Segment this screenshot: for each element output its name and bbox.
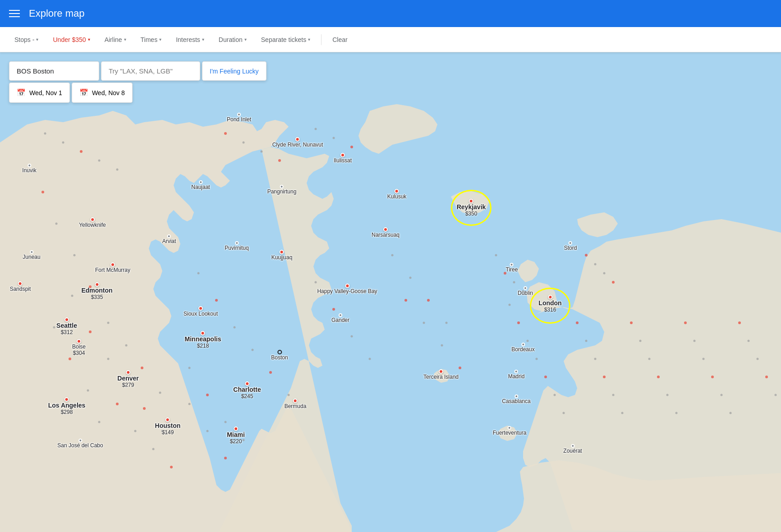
map-dot xyxy=(536,358,538,360)
filter-bar: Stops - ▾ Under $350 ▾ Airline ▾ Times ▾… xyxy=(0,27,781,52)
city-marker[interactable]: London $316 xyxy=(538,295,561,313)
map-dot xyxy=(143,407,146,410)
menu-button[interactable] xyxy=(9,10,20,17)
origin-input[interactable] xyxy=(9,61,99,81)
city-marker[interactable]: Seattle $312 xyxy=(56,317,77,335)
city-name: Sandspit xyxy=(10,286,31,292)
city-dot-red xyxy=(280,250,284,254)
city-price: $298 xyxy=(61,409,73,415)
city-marker[interactable]: Sandspit xyxy=(10,281,31,292)
city-marker[interactable]: Naujaat xyxy=(191,180,210,190)
map-container[interactable]: I'm Feeling Lucky 📅 Wed, Nov 1 📅 Wed, No… xyxy=(0,52,781,532)
clear-button[interactable]: Clear xyxy=(327,33,353,46)
city-dot-red xyxy=(64,317,69,322)
city-dot-gray xyxy=(78,439,82,442)
city-marker[interactable]: Bordeaux xyxy=(511,343,534,353)
city-marker[interactable]: Edmonton $335 xyxy=(81,282,112,300)
stops-filter[interactable]: Stops - ▾ xyxy=(9,33,44,46)
map-dot xyxy=(206,394,209,396)
city-marker[interactable]: Narsarsuaq xyxy=(372,227,400,238)
times-filter[interactable]: Times ▾ xyxy=(135,33,167,46)
city-marker[interactable]: Bermuda xyxy=(285,399,307,409)
city-price: $304 xyxy=(73,350,85,356)
map-dot xyxy=(738,321,741,324)
city-marker[interactable]: Dublin xyxy=(518,286,533,296)
city-marker[interactable]: Terceira Island xyxy=(423,369,459,380)
map-dot xyxy=(288,394,290,396)
departure-date-input[interactable]: 📅 Wed, Nov 1 xyxy=(9,83,70,103)
map-dot xyxy=(89,330,92,333)
map-dot xyxy=(71,295,74,297)
airline-filter[interactable]: Airline ▾ xyxy=(99,33,132,46)
city-marker[interactable]: Sioux Lookout xyxy=(184,306,218,317)
map-dot xyxy=(711,376,714,378)
city-marker[interactable]: Gander xyxy=(331,313,349,323)
city-dot-gray xyxy=(280,185,284,188)
map-dot xyxy=(333,137,335,139)
city-marker[interactable]: Boise $304 xyxy=(72,339,86,356)
city-marker[interactable]: Pond Inlet xyxy=(227,113,251,123)
city-marker[interactable]: Arviat xyxy=(162,234,176,244)
map-dot xyxy=(639,340,642,342)
city-name: Pangnirtung xyxy=(267,188,297,195)
map-dot xyxy=(170,466,173,468)
city-marker[interactable]: Casablanca xyxy=(502,394,530,404)
map-dot xyxy=(41,191,44,193)
map-dot xyxy=(278,159,281,162)
map-dot xyxy=(459,367,461,369)
city-marker[interactable]: Juneau xyxy=(23,250,40,260)
city-marker[interactable]: Stord xyxy=(564,241,577,251)
city-marker[interactable]: Pangnirtung xyxy=(267,185,297,195)
city-marker[interactable]: Charlotte $245 xyxy=(233,381,261,399)
map-dot xyxy=(509,304,511,306)
city-name: Gander xyxy=(331,317,349,323)
calendar-icon: 📅 xyxy=(79,88,88,97)
feeling-lucky-button[interactable]: I'm Feeling Lucky xyxy=(202,61,266,81)
return-date-input[interactable]: 📅 Wed, Nov 8 xyxy=(72,83,133,103)
city-dot-red xyxy=(95,282,99,287)
map-dot xyxy=(207,430,209,432)
city-marker[interactable]: Houston $149 xyxy=(155,417,181,436)
interests-filter[interactable]: Interests ▾ xyxy=(170,33,210,46)
city-marker[interactable]: Denver $279 xyxy=(117,370,138,388)
city-marker[interactable]: Zouérat xyxy=(563,444,582,454)
city-marker[interactable]: Fort McMurray xyxy=(95,262,130,273)
city-dot-red xyxy=(234,427,238,431)
city-marker[interactable]: Tiree xyxy=(506,263,518,273)
city-marker[interactable]: Boston xyxy=(271,350,288,361)
map-dot xyxy=(594,263,597,266)
destination-input[interactable] xyxy=(101,61,200,81)
city-marker[interactable]: Ilulissat xyxy=(334,153,352,164)
city-name: Bordeaux xyxy=(511,346,534,353)
city-marker[interactable]: San José del Cabo xyxy=(57,439,103,449)
city-marker[interactable]: Happy Valley-Goose Bay xyxy=(317,284,377,294)
city-marker[interactable]: Kulusuk xyxy=(387,189,407,200)
city-dot-gray xyxy=(571,444,574,448)
city-marker[interactable]: Clyde River, Nunavut xyxy=(272,137,323,148)
city-marker[interactable]: Kuujjuaq xyxy=(271,250,293,261)
city-dot-red xyxy=(18,281,23,286)
city-marker[interactable]: Yellowknife xyxy=(79,217,106,228)
city-name: Yellowknife xyxy=(79,222,106,228)
city-name: Kuujjuaq xyxy=(271,254,293,261)
price-filter[interactable]: Under $350 ▾ xyxy=(47,33,95,46)
map-dot xyxy=(44,133,46,135)
city-marker[interactable]: Los Angeles $298 xyxy=(48,397,86,415)
search-panel: I'm Feeling Lucky 📅 Wed, Nov 1 📅 Wed, No… xyxy=(9,61,266,103)
city-dot-gray xyxy=(237,113,241,116)
city-marker[interactable]: Madrid xyxy=(508,370,525,380)
city-marker[interactable]: Fuerteventura xyxy=(493,426,527,436)
city-marker[interactable]: Miami $220 xyxy=(227,427,245,445)
city-marker[interactable]: Puvirnituq xyxy=(225,241,248,251)
city-marker[interactable]: Reykjavik $350 xyxy=(457,199,486,217)
duration-filter[interactable]: Duration ▾ xyxy=(213,33,252,46)
separate-tickets-filter[interactable]: Separate tickets ▾ xyxy=(256,33,316,46)
city-dot-red xyxy=(295,137,300,142)
chevron-down-icon: ▾ xyxy=(159,37,161,42)
city-marker[interactable]: Inuvik xyxy=(22,164,36,174)
date-inputs-row: 📅 Wed, Nov 1 📅 Wed, Nov 8 xyxy=(9,83,266,103)
map-dot xyxy=(369,358,371,360)
map-dot xyxy=(427,299,430,302)
city-marker[interactable]: Minneapolis $218 xyxy=(185,331,221,349)
search-inputs-row: I'm Feeling Lucky xyxy=(9,61,266,81)
